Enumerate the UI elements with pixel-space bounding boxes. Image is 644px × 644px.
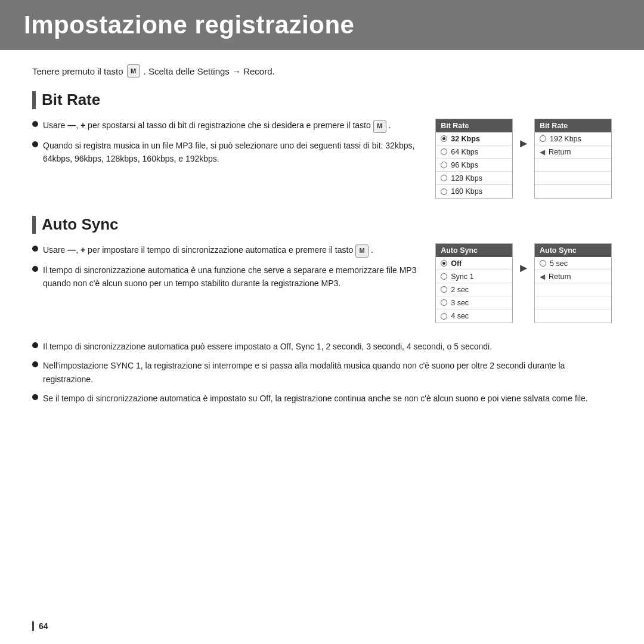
radio-empty <box>441 188 447 195</box>
bullet-dot <box>32 266 38 272</box>
panel-row[interactable]: 64 Kbps <box>436 145 512 159</box>
m-button-icon: M <box>127 64 140 78</box>
arrow-right-icon: ► <box>518 119 530 150</box>
radio-empty <box>441 162 447 168</box>
radio-empty <box>441 286 447 293</box>
panel-row[interactable]: 2 sec <box>436 283 512 296</box>
bullet-item: Usare —, + per spostarsi al tasso di bit… <box>32 119 417 133</box>
radio-empty <box>441 313 447 320</box>
return-row[interactable]: ◀ Return <box>535 270 611 283</box>
bit-rate-panel-left-header: Bit Rate <box>436 119 512 132</box>
bullet-dot <box>32 246 38 252</box>
return-icon: ◀ <box>540 273 545 281</box>
auto-sync-panel-left-header: Auto Sync <box>436 244 512 257</box>
auto-sync-text: Usare —, + per impostare il tempo di sin… <box>32 243 417 323</box>
empty-row <box>535 296 611 309</box>
page-content: Tenere premuto il tasto M . Scelta delle… <box>0 64 644 405</box>
panel-row[interactable]: 192 Kbps <box>535 132 611 145</box>
bullet-item: Il tempo di sincronizzazione automatica … <box>32 264 417 290</box>
panel-row[interactable]: 32 Kbps <box>436 132 512 145</box>
bit-rate-panels: Bit Rate 32 Kbps 64 Kbps 96 Kbps 128 Kbp… <box>435 119 612 199</box>
section-bar <box>32 91 36 109</box>
bit-rate-layout: Usare —, + per spostarsi al tasso di bit… <box>32 119 612 199</box>
empty-row <box>535 172 611 185</box>
empty-row <box>535 185 611 198</box>
bit-rate-panel-left: Bit Rate 32 Kbps 64 Kbps 96 Kbps 128 Kbp… <box>435 119 513 199</box>
auto-sync-panel-right: Auto Sync 5 sec ◀ Return <box>534 243 612 323</box>
panel-row[interactable]: 4 sec <box>436 309 512 323</box>
empty-row <box>535 159 611 172</box>
intro-line: Tenere premuto il tasto M . Scelta delle… <box>32 64 612 78</box>
empty-row <box>535 283 611 296</box>
m-button-inline: M <box>373 120 386 133</box>
page-number: 64 <box>32 621 48 631</box>
auto-sync-panel-left: Auto Sync Off Sync 1 2 sec 3 sec <box>435 243 513 323</box>
auto-sync-panels: Auto Sync Off Sync 1 2 sec 3 sec <box>435 243 612 323</box>
panel-row[interactable]: 3 sec <box>436 296 512 309</box>
bullet-dot <box>32 121 38 127</box>
full-bullet: Nell'impostazione SYNC 1, la registrazio… <box>32 359 612 386</box>
bit-rate-text: Usare —, + per spostarsi al tasso di bit… <box>32 119 417 199</box>
bullet-dot <box>32 141 38 147</box>
bullet-item: Usare —, + per impostare il tempo di sin… <box>32 243 417 258</box>
bullet-item: Quando si registra musica in un file MP3… <box>32 139 417 166</box>
radio-empty <box>441 299 447 306</box>
panel-row[interactable]: Sync 1 <box>436 270 512 283</box>
radio-empty <box>540 260 546 267</box>
auto-sync-layout: Usare —, + per impostare il tempo di sin… <box>32 243 612 323</box>
empty-row <box>535 309 611 323</box>
arrow-right-icon: ► <box>518 243 530 275</box>
page-title: Impostazione registrazione <box>24 11 620 39</box>
radio-empty <box>540 135 546 142</box>
auto-sync-title: Auto Sync <box>32 215 612 234</box>
full-bullet: Il tempo di sincronizzazione automatica … <box>32 340 612 353</box>
radio-selected <box>441 135 447 142</box>
radio-selected <box>441 260 447 267</box>
full-bullet: Se il tempo di sincronizzazione automati… <box>32 392 612 405</box>
m-button-inline: M <box>355 244 369 258</box>
bit-rate-panel-right: Bit Rate 192 Kbps ◀ Return <box>534 119 612 199</box>
panel-row[interactable]: 96 Kbps <box>436 159 512 172</box>
bullet-dot <box>32 394 38 400</box>
auto-sync-panel-right-header: Auto Sync <box>535 244 611 257</box>
panel-row[interactable]: Off <box>436 257 512 270</box>
panel-row[interactable]: 5 sec <box>535 257 611 270</box>
section-bar <box>32 216 36 234</box>
radio-empty <box>441 175 447 181</box>
bullet-dot <box>32 361 38 367</box>
return-row[interactable]: ◀ Return <box>535 145 611 159</box>
return-icon: ◀ <box>540 148 545 156</box>
radio-empty <box>441 148 447 155</box>
page-header: Impostazione registrazione <box>0 0 644 50</box>
panel-row[interactable]: 128 Kbps <box>436 172 512 185</box>
bit-rate-panel-right-header: Bit Rate <box>535 119 611 132</box>
radio-empty <box>441 273 447 280</box>
intro-text-after: . Scelta delle Settings → Record. <box>144 66 275 76</box>
panel-row[interactable]: 160 Kbps <box>436 185 512 198</box>
bullet-dot <box>32 342 38 348</box>
bit-rate-title: Bit Rate <box>32 91 612 109</box>
intro-text-before: Tenere premuto il tasto <box>32 66 123 76</box>
